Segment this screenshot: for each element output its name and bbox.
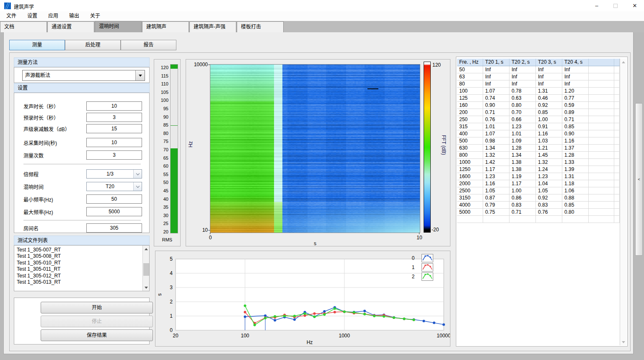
table-row-0[interactable]: 50InfInfInfInf (457, 66, 620, 73)
field-combo-6[interactable]: T20 (86, 182, 142, 191)
scroll-up-arrow-icon[interactable] (143, 246, 149, 252)
method-combo[interactable]: 声源截断法 (22, 70, 145, 81)
table-header-cell-4[interactable]: T20 4, s (562, 59, 589, 66)
table-row-18[interactable]: 31500.870.860.920.88 (457, 194, 620, 202)
table-row-14[interactable]: 12501.171.381.241.39 (457, 166, 620, 173)
field-input-2[interactable]: 15 (86, 124, 142, 133)
table-row-20[interactable]: 50000.750.710.760.80 (457, 209, 620, 216)
table-header-cell-5[interactable] (589, 59, 614, 66)
main-tab-5[interactable]: 楼板打击 (237, 21, 284, 32)
table-row-11[interactable]: 6301.341.281.211.37 (457, 145, 620, 152)
main-tab-4[interactable]: 建筑隔声-声强 (189, 21, 236, 32)
start-button[interactable]: 开始 (41, 302, 153, 313)
table-cell (614, 145, 620, 152)
scrollbar-thumb[interactable] (143, 263, 149, 276)
table-header-cell-6[interactable] (614, 59, 620, 66)
legend-row-1[interactable]: 1 (405, 263, 433, 272)
legend-curve-icon (422, 263, 433, 272)
results-table[interactable]: Fre. , HzT20 1, sT20 2, sT20 3, sT20 4, … (457, 59, 620, 223)
menu-item-2[interactable]: 应用 (43, 11, 64, 21)
menu-item-3[interactable]: 输出 (64, 11, 85, 21)
field-input-3[interactable]: 10 (86, 138, 142, 147)
table-header-cell-0[interactable]: Fre. , Hz (457, 59, 483, 66)
field-combo-5[interactable]: 1/3 (86, 169, 142, 179)
combo-value-6: T20 (87, 182, 133, 191)
list-item-1[interactable]: Test 1_305-008_RT (14, 253, 142, 259)
legend-row-0[interactable]: 0 (405, 254, 433, 263)
main-tab-3[interactable]: 建筑隔声 (142, 21, 189, 32)
close-button[interactable]: ✕ (626, 0, 644, 11)
list-item-4[interactable]: Test 1_305-012_RT (14, 273, 142, 279)
field-input-1[interactable]: 3 (86, 113, 142, 122)
field-input-8[interactable]: 5000 (86, 207, 142, 216)
table-scrollbar[interactable] (620, 59, 626, 345)
table-row-8[interactable]: 3151.011.230.910.85 (457, 123, 620, 130)
table-row-1[interactable]: 63InfInfInfInf (457, 73, 620, 80)
maximize-button[interactable] (606, 0, 625, 11)
table-row-21[interactable] (457, 216, 620, 223)
sub-tab-0[interactable]: 测量 (9, 40, 65, 50)
scroll-up-arrow-icon[interactable] (620, 59, 626, 65)
field-input-4[interactable]: 3 (86, 150, 142, 160)
table-cell: 0.78 (510, 88, 536, 95)
table-cell: 0.76 (536, 209, 562, 216)
combo-dropdown-button[interactable] (133, 170, 142, 178)
combo-dropdown-button[interactable] (133, 182, 142, 191)
table-row-10[interactable]: 5000.981.091.031.16 (457, 137, 620, 145)
main-tab-2[interactable]: 混响时间 (95, 21, 142, 32)
method-combo-dropdown-button[interactable] (135, 70, 145, 80)
table-header-cell-1[interactable]: T20 1, s (483, 59, 510, 66)
method-combo-container: 声源截断法 (14, 67, 150, 83)
menu-item-1[interactable]: 设置 (22, 11, 43, 21)
list-item-0[interactable]: Test 1_305-007_RT (14, 247, 142, 253)
table-row-6[interactable]: 2000.710.700.850.89 (457, 109, 620, 116)
field-input-0[interactable]: 10 (86, 101, 142, 111)
table-row-2[interactable]: 80InfInfInfInf (457, 80, 620, 88)
menu-item-0[interactable]: 文件 (1, 11, 22, 21)
scroll-down-arrow-icon[interactable] (143, 284, 150, 291)
table-header-cell-2[interactable]: T20 2, s (510, 59, 536, 66)
test-file-list[interactable]: Test 1_305-007_RTTest 1_305-008_RTTest 1… (14, 245, 150, 291)
spectrogram-x-axis-label: s (314, 241, 316, 246)
field-input-9[interactable]: 305 (86, 223, 142, 233)
legend-row-2[interactable]: 2 (405, 272, 433, 281)
save-results-button[interactable]: 保存结果 (41, 329, 153, 341)
file-list-scrollbar[interactable] (142, 246, 149, 291)
table-row-3[interactable]: 1001.070.781.311.20 (457, 88, 620, 95)
list-item-2[interactable]: Test 1_305-010_RT (14, 260, 142, 266)
table-cell: 0.92 (536, 194, 562, 202)
field-input-7[interactable]: 50 (86, 194, 142, 204)
table-cell: 0.91 (536, 123, 562, 130)
table-row-4[interactable]: 1250.740.630.460.77 (457, 95, 620, 102)
minimize-button[interactable]: – (587, 0, 606, 11)
table-cell: 1.33 (562, 159, 589, 166)
scroll-down-arrow-icon[interactable] (620, 339, 627, 345)
list-item-5[interactable]: Test 1_305-013_RT (14, 279, 142, 285)
collapse-splitter[interactable]: < (635, 103, 643, 256)
main-tab-0[interactable]: 文档 (0, 21, 47, 32)
rms-tick-60: 60 (155, 163, 168, 168)
table-cell: 160 (457, 102, 483, 109)
table-cell (614, 173, 620, 180)
sub-tab-2[interactable]: 报告 (121, 40, 176, 50)
table-row-17[interactable]: 25001.051.001.051.06 (457, 187, 620, 194)
table-cell: 1.28 (510, 145, 536, 152)
table-cell: 1.34 (510, 152, 536, 159)
table-row-9[interactable]: 4001.071.011.160.90 (457, 130, 620, 137)
table-row-16[interactable]: 20001.161.171.041.18 (457, 180, 620, 187)
combo-value-5: 1/3 (87, 170, 133, 178)
menu-item-4[interactable]: 关于 (85, 11, 106, 21)
table-row-7[interactable]: 2500.760.661.000.71 (457, 116, 620, 123)
table-row-15[interactable]: 16001.231.191.231.31 (457, 173, 620, 180)
table-cell (614, 88, 620, 95)
table-cell: 1.31 (536, 88, 562, 95)
table-row-13[interactable]: 10001.421.381.321.33 (457, 159, 620, 166)
main-tab-1[interactable]: 通道设置 (47, 21, 94, 32)
table-row-5[interactable]: 1600.900.800.920.59 (457, 102, 620, 109)
sub-tab-1[interactable]: 后处理 (65, 40, 121, 50)
list-item-3[interactable]: Test 1_305-011_RT (14, 266, 142, 272)
table-row-12[interactable]: 8001.321.341.451.28 (457, 152, 620, 159)
table-header-cell-3[interactable]: T20 3, s (536, 59, 562, 66)
table-row-19[interactable]: 40000.790.830.830.85 (457, 202, 620, 209)
spectrogram-image[interactable] (210, 64, 420, 233)
